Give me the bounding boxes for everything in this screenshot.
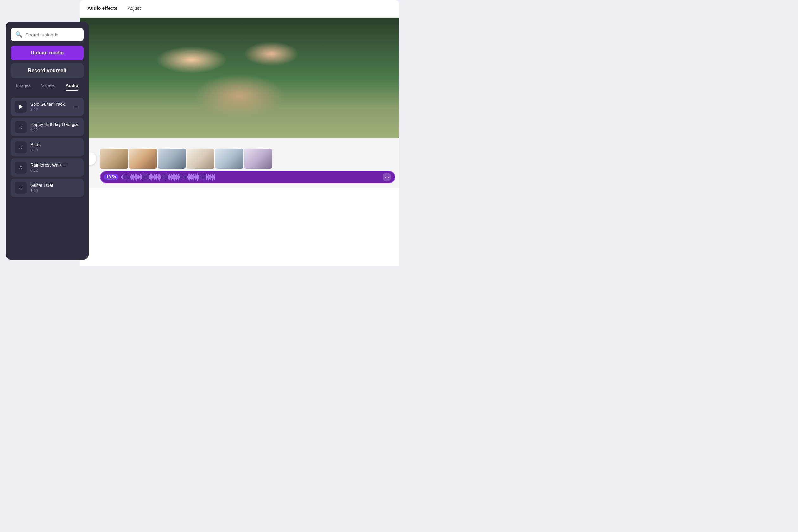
tab-images[interactable]: Images — [16, 83, 31, 91]
search-box[interactable]: 🔍 — [11, 28, 83, 41]
film-thumbnail — [100, 149, 128, 169]
left-panel: 🔍 Upload media Record yourself Images Vi… — [6, 21, 89, 260]
film-thumbnail — [158, 149, 186, 169]
audio-info: Birds 3:19 — [31, 142, 80, 152]
audio-icon-box: ♫ — [15, 182, 26, 194]
music-note-icon: ♫ — [19, 165, 22, 170]
audio-title: Rainforest Walk — [31, 163, 80, 168]
tab-adjust[interactable]: Adjust — [128, 5, 141, 12]
search-input[interactable] — [25, 32, 79, 37]
category-tabs: Images Videos Audio — [11, 83, 83, 93]
music-note-icon: ♫ — [19, 124, 22, 130]
audio-duration: 3:12 — [31, 107, 69, 112]
audio-info: Rainforest Walk 0:12 — [31, 163, 80, 173]
audio-track-bar[interactable]: 13.5s — [100, 171, 395, 183]
right-panel: Audio effects Adjust ♥ 13.5s — [80, 0, 399, 266]
audio-info: Solo Guitar Track 3:12 — [31, 102, 69, 112]
audio-track-row: 13.5s — [100, 171, 395, 183]
audio-time-badge: 13.5s — [104, 174, 118, 180]
audio-icon-box — [15, 101, 26, 113]
film-thumbnails — [100, 149, 399, 169]
tab-audio-effects[interactable]: Audio effects — [88, 5, 117, 12]
audio-title: Solo Guitar Track — [31, 102, 69, 107]
audio-item-birds[interactable]: ♫ Birds 3:19 — [11, 138, 83, 156]
audio-duration: 0:22 — [31, 128, 80, 132]
more-options-button[interactable]: ⋯ — [72, 103, 80, 111]
upload-media-button[interactable]: Upload media — [11, 45, 83, 60]
video-preview — [80, 18, 399, 138]
tabs-header: Audio effects Adjust — [80, 0, 399, 18]
audio-more-button[interactable]: ··· — [382, 173, 392, 182]
audio-title: Happy Birthday Georgia — [31, 122, 80, 127]
audio-info: Happy Birthday Georgia 0:22 — [31, 122, 80, 132]
audio-duration: 1:29 — [31, 188, 80, 193]
audio-item-happy-birthday[interactable]: ♫ Happy Birthday Georgia 0:22 — [11, 118, 83, 136]
audio-title: Guitar Duet — [31, 183, 80, 188]
audio-item-rainforest-walk[interactable]: ♫ Rainforest Walk 0:12 — [11, 158, 83, 177]
film-thumbnail — [244, 149, 272, 169]
waveform — [121, 173, 380, 181]
music-note-icon: ♫ — [19, 185, 22, 191]
audio-icon-box: ♫ — [15, 141, 26, 153]
audio-duration: 3:19 — [31, 148, 80, 152]
audio-item-guitar-duet[interactable]: ♫ Guitar Duet 1:29 — [11, 178, 83, 197]
timeline-strip — [80, 149, 399, 169]
audio-title: Birds — [31, 142, 80, 147]
record-yourself-button[interactable]: Record yourself — [11, 63, 83, 78]
video-photo — [80, 18, 399, 138]
film-thumbnail — [187, 149, 214, 169]
music-note-icon: ♫ — [19, 145, 22, 150]
audio-info: Guitar Duet 1:29 — [31, 183, 80, 193]
play-icon — [19, 104, 23, 109]
film-thumbnail — [129, 149, 157, 169]
film-thumbnail — [215, 149, 243, 169]
tab-videos[interactable]: Videos — [41, 83, 55, 91]
audio-list: Solo Guitar Track 3:12 ⋯ ♫ Happy Birthda… — [11, 97, 83, 197]
audio-icon-box: ♫ — [15, 121, 26, 133]
search-icon: 🔍 — [15, 31, 22, 38]
audio-duration: 0:12 — [31, 168, 80, 173]
audio-icon-box: ♫ — [15, 162, 26, 173]
tab-audio[interactable]: Audio — [65, 83, 78, 91]
audio-item-solo-guitar[interactable]: Solo Guitar Track 3:12 ⋯ — [11, 97, 83, 116]
timeline-area: ♥ 13.5s — [80, 138, 399, 188]
